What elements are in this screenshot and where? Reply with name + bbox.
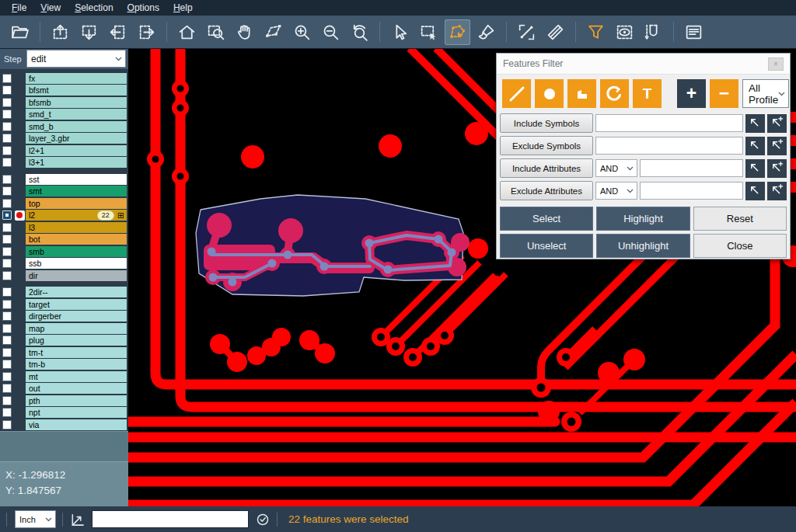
reset-button[interactable]: Reset <box>693 207 787 231</box>
layer-checkbox-bot[interactable] <box>0 235 13 244</box>
layer-name-smt[interactable]: smt <box>26 186 127 196</box>
refresh-check-icon[interactable] <box>255 512 271 527</box>
layer-checkbox-smd_b[interactable] <box>0 122 13 131</box>
layer-name-mt[interactable]: mt <box>26 371 127 382</box>
layer-checkbox-l2[interactable] <box>0 210 13 220</box>
layer-checkbox-via[interactable] <box>0 420 13 429</box>
exclude-attributes-pick-icon[interactable] <box>745 182 765 200</box>
include-attributes-pick-add-icon[interactable] <box>767 159 787 178</box>
layer-checkbox-mt[interactable] <box>0 372 13 381</box>
layer-name-via[interactable]: via <box>26 419 127 430</box>
layer-name-fx[interactable]: fx <box>26 73 127 84</box>
layer-name-sst[interactable]: sst <box>26 174 127 185</box>
layer-checkbox-top[interactable] <box>0 199 13 208</box>
measure-button[interactable] <box>514 19 539 45</box>
exclude-symbols-pick-add-icon[interactable] <box>767 137 787 155</box>
pad-filter-button[interactable] <box>535 79 564 108</box>
import-down-button[interactable] <box>76 19 102 45</box>
text-filter-button[interactable]: T <box>633 79 662 108</box>
layer-name-npt[interactable]: npt <box>26 407 127 418</box>
layer-checkbox-bfsmt[interactable] <box>0 85 13 95</box>
remove-filter-button[interactable]: − <box>710 79 738 108</box>
layer-checkbox-dirgerber[interactable] <box>0 311 13 321</box>
exclude-symbols-pick-icon[interactable] <box>745 137 765 155</box>
layer-name-dir[interactable]: dir <box>26 270 127 281</box>
layer-name-tm-b[interactable]: tm-b <box>26 359 127 370</box>
select-cursor-button[interactable] <box>387 19 413 45</box>
layer-checkbox-layer_3.gbr[interactable] <box>0 134 13 143</box>
layer-name-bfsmb[interactable]: bfsmb <box>26 97 127 108</box>
layer-name-dirgerber[interactable]: dirgerber <box>26 311 127 322</box>
layer-name-target[interactable]: target <box>26 299 127 310</box>
exclude-symbols-input[interactable] <box>595 137 743 155</box>
include-attributes-pick-icon[interactable] <box>745 159 765 178</box>
layer-checkbox-bfsmb[interactable] <box>0 98 13 107</box>
layer-name-bot[interactable]: bot <box>26 234 127 245</box>
layer-name-top[interactable]: top <box>26 198 127 209</box>
layer-name-out[interactable]: out <box>26 383 127 394</box>
layer-name-l2+1[interactable]: l2+1 <box>26 145 127 156</box>
surface-filter-button[interactable] <box>567 79 596 108</box>
exclude-attributes-pick-add-icon[interactable] <box>767 182 787 200</box>
shift-left-button[interactable] <box>105 19 131 45</box>
close-button[interactable]: Close <box>693 234 787 258</box>
include-symbols-button[interactable]: Include Symbols <box>500 113 593 133</box>
dialog-close-button[interactable]: × <box>768 57 784 71</box>
layer-name-pth[interactable]: pth <box>26 395 127 406</box>
line-filter-button[interactable] <box>502 79 531 108</box>
layer-checkbox-smt[interactable] <box>0 186 13 196</box>
features-filter-button[interactable] <box>583 19 609 45</box>
exclude-attributes-input[interactable] <box>640 182 743 200</box>
include-symbols-pick-icon[interactable] <box>745 114 765 133</box>
menu-help[interactable]: Help <box>166 2 200 14</box>
layer-name-map[interactable]: map <box>26 323 127 334</box>
layer-name-plug[interactable]: plug <box>26 335 127 346</box>
menu-options[interactable]: Options <box>120 2 166 14</box>
zoom-home-button[interactable] <box>174 19 200 45</box>
zoom-area-button[interactable] <box>203 19 229 45</box>
layer-name-smd_b[interactable]: smd_b <box>26 121 127 132</box>
layer-checkbox-fx[interactable] <box>0 74 13 83</box>
zoom-previous-button[interactable] <box>347 19 372 45</box>
snap-button[interactable] <box>641 19 666 45</box>
layer-checkbox-tm-b[interactable] <box>0 360 13 369</box>
brush-button[interactable] <box>473 19 499 45</box>
rectangle-select-button[interactable] <box>416 19 442 45</box>
exclude-symbols-button[interactable]: Exclude Symbols <box>500 136 593 155</box>
layer-name-l2[interactable]: l222⊞ <box>26 210 127 221</box>
layer-name-layer_3.gbr[interactable]: layer_3.gbr <box>26 133 127 144</box>
layer-checkbox-sst[interactable] <box>0 175 13 184</box>
layer-checkbox-dir[interactable] <box>0 271 13 280</box>
arc-filter-button[interactable] <box>600 79 629 108</box>
layer-name-smb[interactable]: smb <box>26 246 127 257</box>
open-file-button[interactable] <box>7 19 33 45</box>
layer-checkbox-pth[interactable] <box>0 396 13 405</box>
layer-checkbox-map[interactable] <box>0 324 13 333</box>
dialog-title-bar[interactable]: Features Filter × <box>497 54 790 75</box>
layer-checkbox-l3+1[interactable] <box>0 158 13 167</box>
layer-checkbox-tm-t[interactable] <box>0 348 13 357</box>
layer-name-bfsmt[interactable]: bfsmt <box>26 85 127 96</box>
layer-checkbox-smd_t[interactable] <box>0 110 13 119</box>
profile-select[interactable]: All Profile <box>742 79 789 108</box>
menu-view[interactable]: View <box>33 2 68 14</box>
pan-button[interactable] <box>232 19 257 45</box>
polygon-select-button[interactable] <box>445 19 470 45</box>
command-input[interactable] <box>92 510 249 528</box>
layer-name-l3+1[interactable]: l3+1 <box>26 157 127 168</box>
zoom-out-button[interactable] <box>318 19 344 45</box>
layer-grid-icon[interactable]: ⊞ <box>117 211 124 220</box>
layer-checkbox-l3[interactable] <box>0 223 13 232</box>
layer-checkbox-out[interactable] <box>0 384 13 393</box>
layer-checkbox-ssb[interactable] <box>0 259 13 268</box>
layer-name-ssb[interactable]: ssb <box>26 258 127 269</box>
shift-right-button[interactable] <box>134 19 159 45</box>
include-symbols-pick-add-icon[interactable] <box>767 114 787 133</box>
export-up-button[interactable] <box>47 19 73 45</box>
layer-checkbox-npt[interactable] <box>0 408 13 417</box>
unit-select[interactable]: Inch <box>15 510 56 528</box>
angle-corner-icon[interactable] <box>69 511 86 527</box>
exclude-attributes-and-select[interactable]: AND <box>595 182 637 200</box>
layer-name-tm-t[interactable]: tm-t <box>26 347 127 358</box>
layer-checkbox-plug[interactable] <box>0 336 13 345</box>
